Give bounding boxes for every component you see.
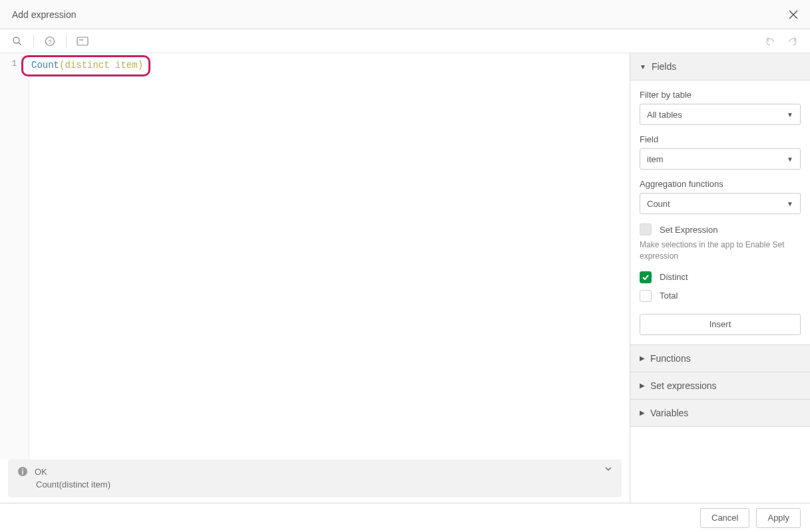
svg-line-1 (19, 43, 21, 45)
aggregation-label: Aggregation functions (640, 179, 801, 189)
svg-rect-7 (22, 471, 23, 475)
help-icon: ? (45, 36, 55, 47)
token-keyword: distinct (65, 60, 109, 70)
triangle-right-icon: ▶ (640, 409, 645, 416)
cancel-button[interactable]: Cancel (700, 508, 749, 528)
triangle-right-icon: ▶ (640, 354, 645, 362)
section-variables-label: Variables (650, 408, 688, 418)
section-variables: ▶ Variables (630, 400, 810, 427)
toolbar-separator (33, 35, 34, 48)
filter-by-table-value: All tables (647, 110, 682, 120)
svg-point-8 (22, 468, 23, 469)
section-set-expressions-label: Set expressions (650, 380, 717, 391)
code-editor[interactable]: Count(distinct item) (29, 53, 630, 460)
section-variables-header[interactable]: ▶ Variables (630, 400, 810, 426)
close-button[interactable] (789, 10, 798, 19)
modal-header: Add expression (0, 0, 810, 29)
section-fields: ▼ Fields Filter by table All tables ▼ Fi… (630, 53, 810, 345)
undo-button[interactable] (761, 32, 779, 51)
filter-by-table-select[interactable]: All tables ▼ (640, 104, 801, 125)
aggregation-select[interactable]: Count ▼ (640, 193, 801, 214)
triangle-right-icon: ▶ (640, 382, 645, 389)
distinct-checkbox[interactable] (640, 271, 652, 283)
total-checkbox[interactable] (640, 290, 652, 302)
chevron-down-icon (604, 465, 612, 473)
help-button[interactable]: ? (41, 32, 59, 51)
aggregation-value: Count (647, 199, 670, 209)
section-fields-header[interactable]: ▼ Fields (630, 53, 810, 80)
svg-point-0 (13, 37, 19, 43)
editor-toolbar: ? (0, 29, 810, 53)
section-functions: ▶ Functions (630, 345, 810, 372)
set-expression-checkbox (640, 223, 652, 235)
token-paren-open: ( (59, 60, 65, 70)
info-icon (17, 466, 28, 477)
chevron-down-icon: ▼ (787, 200, 793, 207)
search-button[interactable] (8, 32, 27, 51)
section-fields-label: Fields (652, 61, 676, 72)
set-expression-label: Set Expression (660, 225, 717, 235)
field-select[interactable]: item ▼ (640, 148, 801, 170)
editor-area: 1 Count(distinct item) OK Count(distinct… (0, 53, 630, 503)
apply-button[interactable]: Apply (756, 508, 801, 528)
token-paren-close: ) (138, 60, 143, 70)
check-icon (642, 273, 650, 281)
distinct-label: Distinct (660, 272, 688, 282)
field-value: item (647, 154, 664, 164)
token-function: Count (31, 60, 59, 70)
total-label: Total (660, 291, 678, 301)
status-preview: Count(distinct item) (17, 479, 612, 489)
line-gutter: 1 (0, 53, 29, 460)
chevron-down-icon: ▼ (787, 156, 793, 163)
status-bar: OK Count(distinct item) (8, 460, 622, 497)
section-set-expressions: ▶ Set expressions (630, 372, 810, 400)
section-functions-header[interactable]: ▶ Functions (630, 345, 810, 372)
insert-button[interactable]: Insert (640, 314, 801, 335)
status-ok: OK (35, 467, 47, 477)
close-icon (789, 10, 798, 19)
status-collapse-button[interactable] (604, 465, 612, 473)
comment-button[interactable] (73, 32, 92, 51)
filter-by-table-label: Filter by table (640, 90, 801, 100)
redo-button[interactable] (783, 32, 802, 51)
toolbar-separator (66, 35, 67, 48)
expression-highlight: Count(distinct item) (21, 55, 150, 76)
field-label: Field (640, 134, 801, 144)
section-functions-label: Functions (650, 353, 691, 364)
search-icon (12, 36, 23, 47)
undo-icon (765, 36, 775, 47)
comment-icon (77, 37, 89, 46)
modal-footer: Cancel Apply (0, 503, 810, 532)
chevron-down-icon: ▼ (787, 111, 793, 118)
modal-title: Add expression (12, 9, 77, 20)
redo-icon (787, 36, 798, 47)
token-identifier: item (115, 60, 138, 70)
svg-text:?: ? (48, 38, 51, 45)
triangle-down-icon: ▼ (640, 63, 646, 70)
set-expression-helper: Make selections in the app to Enable Set… (640, 239, 801, 262)
section-set-expressions-header[interactable]: ▶ Set expressions (630, 372, 810, 399)
side-panel: ▼ Fields Filter by table All tables ▼ Fi… (630, 53, 810, 503)
svg-rect-4 (77, 37, 88, 45)
